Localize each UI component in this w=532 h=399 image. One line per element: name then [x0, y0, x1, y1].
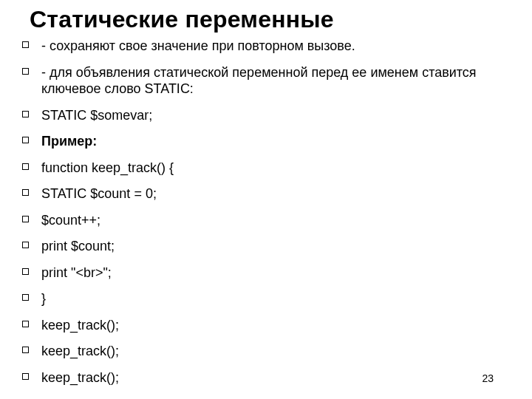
list-item: keep_track(); — [38, 343, 507, 360]
list-item-text: STATIC $somevar; — [41, 108, 152, 123]
list-item-text: } — [41, 291, 46, 306]
list-item: function keep_track() { — [38, 160, 507, 177]
list-item: - для объявления статической переменной … — [38, 64, 507, 98]
list-item-text: print $count; — [41, 239, 115, 253]
slide-title: Статические переменные — [30, 6, 507, 33]
list-item: keep_track(); — [38, 369, 507, 386]
list-item-text: $count++; — [41, 213, 100, 228]
list-item-text: print "<br>"; — [41, 265, 112, 280]
list-item: print "<br>"; — [38, 265, 507, 282]
list-item: $count++; — [38, 212, 507, 229]
list-item: keep_track(); — [38, 317, 507, 334]
list-item: STATIC $count = 0; — [38, 185, 507, 202]
list-item-text: - для объявления статической переменной … — [41, 65, 477, 97]
page-number: 23 — [482, 372, 494, 384]
slide: Статические переменные - сохраняют свое … — [0, 0, 532, 399]
list-item-text: keep_track(); — [41, 344, 119, 358]
list-item-text: - сохраняют свое значение при повторном … — [41, 38, 355, 53]
list-item: print $count; — [38, 238, 507, 255]
list-item: Пример: — [38, 133, 507, 150]
list-item: } — [38, 290, 507, 307]
list-item-text: function keep_track() { — [41, 160, 174, 175]
list-item-text: keep_track(); — [41, 370, 119, 385]
list-item: - сохраняют свое значение при повторном … — [38, 38, 507, 55]
list-item-text: STATIC $count = 0; — [41, 186, 157, 201]
list-item-text: Пример: — [41, 134, 97, 149]
bullet-list: - сохраняют свое значение при повторном … — [38, 38, 507, 386]
list-item: STATIC $somevar; — [38, 107, 507, 124]
list-item-text: keep_track(); — [41, 318, 119, 332]
